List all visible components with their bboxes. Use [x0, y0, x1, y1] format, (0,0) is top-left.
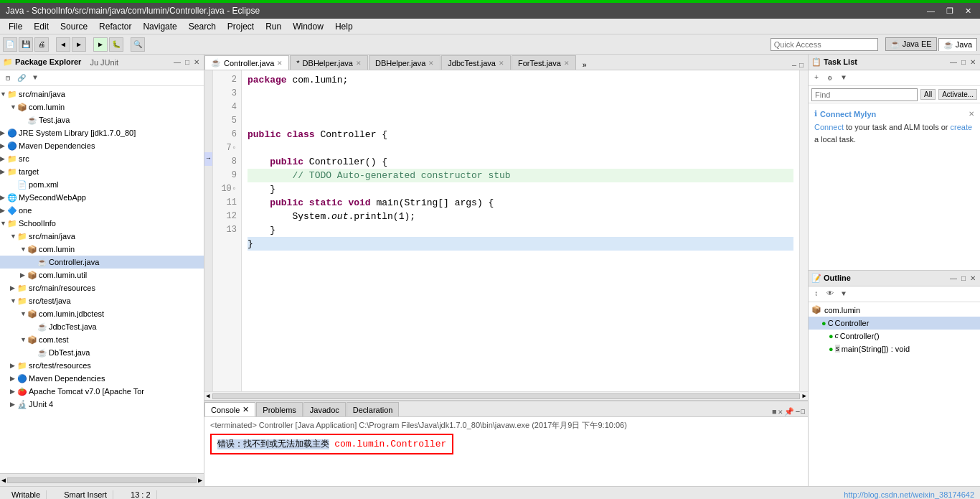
- tree-item[interactable]: ▼ 📦 com.lumin.jdbctest: [0, 307, 204, 320]
- tree-item[interactable]: ▼ 📁 src/test/java: [0, 294, 204, 307]
- tab-overflow-btn[interactable]: »: [580, 62, 590, 70]
- tab-dbhelper[interactable]: DBHelper.java ✕: [369, 55, 440, 70]
- menu-source[interactable]: Source: [55, 20, 93, 33]
- scroll-left-icon[interactable]: ◀: [204, 392, 211, 400]
- outline-constructor[interactable]: ● c Controller(): [809, 330, 980, 342]
- tree-item[interactable]: ☕ Test.java: [0, 113, 204, 126]
- menu-file[interactable]: File: [3, 20, 28, 33]
- console-max-btn[interactable]: □: [801, 409, 805, 416]
- code-content[interactable]: package com.lumin; public class Controll…: [242, 70, 799, 391]
- outline-class[interactable]: ● C Controller: [809, 317, 980, 330]
- tree-item[interactable]: 📄 pom.xml: [0, 178, 204, 191]
- scroll-left-btn[interactable]: ◀: [1, 476, 6, 485]
- close-btn[interactable]: ✕: [962, 6, 974, 16]
- tab-close-btn[interactable]: ✕: [428, 60, 434, 67]
- tree-item[interactable]: ▼ 📦 com.lumin: [0, 243, 204, 256]
- outline-package[interactable]: 📦 com.lumin: [809, 304, 980, 317]
- tree-item[interactable]: ☕ JdbcTest.java: [0, 320, 204, 333]
- outline-menu-btn[interactable]: ▼: [837, 287, 850, 300]
- package-explorer-tab[interactable]: 📁 Package Explorer: [3, 57, 81, 67]
- tree-item[interactable]: ▶ 🌐 MySecondWebApp: [0, 191, 204, 204]
- javaee-perspective-btn[interactable]: ☕ Java EE: [885, 37, 937, 51]
- tree-item[interactable]: ▶ 🔵 Maven Dependencies: [0, 372, 204, 385]
- debug-btn[interactable]: 🐛: [109, 37, 123, 52]
- tree-item[interactable]: ▶ 📁 src/main/resources: [0, 281, 204, 294]
- outline-sort-btn[interactable]: ↕: [810, 287, 823, 300]
- console-tab[interactable]: Console ✕: [204, 402, 255, 416]
- find-input[interactable]: [811, 88, 918, 101]
- tab-fortest[interactable]: ForTest.java ✕: [512, 55, 576, 70]
- save-btn[interactable]: 💾: [19, 37, 33, 52]
- close-mylyn-btn[interactable]: ✕: [969, 110, 974, 118]
- tab-close-btn[interactable]: ✕: [564, 60, 570, 67]
- editor-vscrollbar[interactable]: [799, 70, 808, 391]
- task-list-min[interactable]: —: [948, 58, 958, 66]
- tree-item[interactable]: ☕ DbTest.java: [0, 346, 204, 359]
- quick-access-input[interactable]: [771, 38, 878, 51]
- tree-item[interactable]: ▶ 🔬 JUnit 4: [0, 398, 204, 411]
- tab-controller[interactable]: ☕ Controller.java ✕: [204, 55, 289, 70]
- connect-link[interactable]: Connect: [814, 123, 844, 131]
- junit-tab[interactable]: Ju JUnit: [90, 58, 118, 67]
- left-panel-max[interactable]: □: [184, 58, 191, 66]
- tree-item[interactable]: ▶ 📁 target: [0, 165, 204, 178]
- menu-help[interactable]: Help: [329, 20, 359, 33]
- tree-item[interactable]: ▼ 📦 com.test: [0, 333, 204, 346]
- outline-hide-btn[interactable]: 👁: [824, 287, 837, 300]
- tree-item[interactable]: ▼ 📁 src/main/java: [0, 230, 204, 243]
- menu-search[interactable]: Search: [183, 20, 222, 33]
- outline-min[interactable]: —: [948, 274, 958, 282]
- create-link[interactable]: create: [951, 123, 973, 131]
- menu-window[interactable]: Window: [287, 20, 329, 33]
- search-btn2[interactable]: 🔍: [131, 37, 145, 52]
- blog-url[interactable]: http://blog.csdn.net/weixin_38174642: [844, 490, 974, 499]
- editor-hscrollbar[interactable]: ◀ ▶: [204, 391, 808, 400]
- tree-item[interactable]: ▶ 📦 com.lumin.util: [0, 269, 204, 281]
- menu-project[interactable]: Project: [222, 20, 260, 33]
- declaration-tab[interactable]: Declaration: [347, 402, 400, 416]
- tree-item[interactable]: ▼ 📁 SchoolInfo: [0, 217, 204, 230]
- tree-item[interactable]: ▶ 📁 src/test/resources: [0, 359, 204, 372]
- tree-item[interactable]: ▶ 📁 src: [0, 152, 204, 165]
- problems-tab[interactable]: Problems: [256, 402, 302, 416]
- console-stop-btn[interactable]: ■: [772, 408, 777, 416]
- activate-btn[interactable]: Activate...: [938, 89, 977, 100]
- outline-close[interactable]: ✕: [969, 274, 977, 282]
- java-perspective-btn[interactable]: ☕ Java: [938, 38, 977, 51]
- tab-close-btn[interactable]: ✕: [499, 60, 504, 67]
- console-min-btn[interactable]: —: [796, 409, 799, 416]
- task-filter-btn[interactable]: ▼: [837, 72, 850, 85]
- tree-item[interactable]: ▼ 📦 com.lumin: [0, 101, 204, 113]
- task-list-max[interactable]: □: [960, 58, 967, 66]
- javadoc-tab[interactable]: Javadoc: [303, 402, 346, 416]
- task-list-close[interactable]: ✕: [969, 58, 977, 66]
- outline-method[interactable]: ● s main(String[]) : void: [809, 342, 980, 355]
- console-tab-close[interactable]: ✕: [242, 405, 249, 414]
- run-btn[interactable]: ▶: [93, 37, 108, 52]
- tree-menu-btn[interactable]: ▼: [29, 72, 42, 85]
- print-btn[interactable]: 🖨: [34, 37, 49, 52]
- fwd-btn[interactable]: ▶: [72, 37, 86, 52]
- find-all-btn[interactable]: All: [920, 89, 936, 100]
- editor-max-btn[interactable]: □: [798, 62, 805, 70]
- outline-max[interactable]: □: [960, 274, 967, 282]
- left-panel-close[interactable]: ✕: [192, 58, 201, 66]
- tab-jdbctest[interactable]: JdbcTest.java ✕: [441, 55, 511, 70]
- task-settings-btn[interactable]: ⚙: [824, 72, 837, 85]
- scroll-right-icon[interactable]: ▶: [801, 392, 808, 400]
- menu-run[interactable]: Run: [260, 20, 287, 33]
- maximize-btn[interactable]: ❐: [943, 6, 956, 16]
- left-panel-scrollbar[interactable]: ◀ ▶: [0, 473, 204, 486]
- tab-close-btn[interactable]: ✕: [277, 60, 283, 67]
- collapse-all-btn[interactable]: ⊟: [1, 72, 14, 85]
- tab-dbhelper-dirty[interactable]: * DBHelper.java ✕: [290, 55, 368, 70]
- minimize-btn[interactable]: —: [924, 6, 938, 16]
- menu-refactor[interactable]: Refactor: [93, 20, 137, 33]
- console-pin-btn[interactable]: 📌: [784, 407, 794, 416]
- new-btn[interactable]: 📄: [3, 37, 17, 52]
- menu-navigate[interactable]: Navigate: [137, 20, 182, 33]
- tree-item[interactable]: ▶ 🔵 Maven Dependencies: [0, 139, 204, 152]
- back-btn[interactable]: ◀: [56, 37, 70, 52]
- tree-item[interactable]: ▶ 🔷 one: [0, 204, 204, 217]
- tree-item-controller[interactable]: ☕ Controller.java: [0, 256, 204, 269]
